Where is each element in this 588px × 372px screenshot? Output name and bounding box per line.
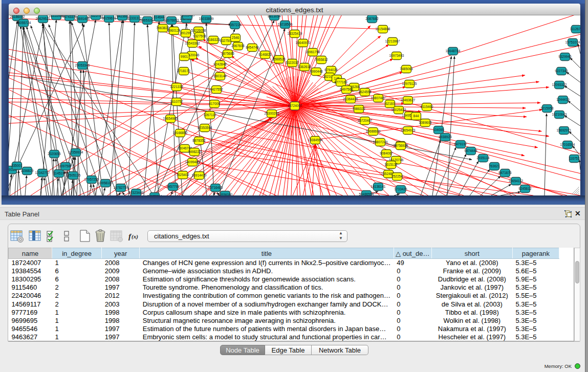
svg-text:9329946: 9329946 [558,55,572,58]
svg-text:9327508: 9327508 [193,34,206,38]
svg-text:62160: 62160 [385,102,395,105]
svg-text:12323446: 12323446 [129,191,144,194]
svg-text:12975125: 12975125 [402,82,417,85]
svg-text:417006: 417006 [209,102,220,105]
svg-text:50486554: 50486554 [359,192,374,195]
svg-text:8471676: 8471676 [498,171,512,174]
svg-text:9777169: 9777169 [334,80,347,84]
svg-text:10688609: 10688609 [366,129,381,133]
svg-text:1733426: 1733426 [394,187,407,191]
svg-text:12353594: 12353594 [198,126,212,129]
svg-text:74975394: 74975394 [147,194,162,195]
svg-text:1156829: 1156829 [21,169,34,172]
svg-text:17359934: 17359934 [69,150,83,154]
svg-text:844: 844 [413,114,419,118]
svg-text:16033809: 16033809 [199,17,214,20]
svg-text:2087682: 2087682 [365,17,379,20]
svg-text:3624554: 3624554 [358,90,372,94]
svg-text:1112674: 1112674 [570,27,580,31]
svg-text:114519: 114519 [53,171,64,175]
svg-text:24055724: 24055724 [16,21,31,25]
svg-text:1089605: 1089605 [419,121,432,124]
svg-text:65159671: 65159671 [102,16,117,20]
svg-text:12213967: 12213967 [385,39,400,43]
svg-text:19654985: 19654985 [163,117,178,120]
svg-text:1610757: 1610757 [170,100,183,103]
svg-text:8960124: 8960124 [167,29,181,32]
svg-text:2718170: 2718170 [177,69,190,73]
svg-text:16961758: 16961758 [306,50,320,54]
svg-text:18724007: 18724007 [288,104,302,107]
svg-text:3875685: 3875685 [221,52,234,55]
svg-text:20691406: 20691406 [75,17,90,20]
svg-text:763621: 763621 [489,164,500,168]
svg-text:7357224: 7357224 [228,23,242,27]
svg-text:8878352: 8878352 [192,139,206,142]
svg-text:8454749: 8454749 [246,46,259,49]
svg-text:8938923: 8938923 [439,135,452,139]
svg-text:6497568: 6497568 [340,87,353,91]
svg-text:17957255: 17957255 [84,178,99,181]
svg-text:10807487: 10807487 [371,96,386,100]
svg-text:29053346: 29053346 [75,63,90,67]
svg-text:116753: 116753 [569,157,580,160]
svg-text:2803144: 2803144 [213,74,227,78]
svg-text:19756928: 19756928 [394,144,408,147]
svg-text:3498222: 3498222 [188,150,201,154]
svg-text:16154808: 16154808 [376,27,390,31]
svg-text:12505135: 12505135 [66,173,81,177]
svg-text:3267110: 3267110 [204,113,216,117]
svg-text:10654112: 10654112 [509,179,524,183]
svg-text:16914479: 16914479 [192,173,207,177]
svg-text:9242848: 9242848 [213,62,227,66]
svg-text:15692971: 15692971 [557,128,572,132]
svg-text:8427552: 8427552 [210,87,223,91]
svg-text:13654923: 13654923 [401,128,416,132]
svg-text:28355986: 28355986 [49,15,64,17]
svg-text:14099489: 14099489 [185,160,200,164]
svg-text:1362615: 1362615 [298,65,311,69]
svg-text:15028489: 15028489 [180,15,195,17]
svg-text:12093322: 12093322 [552,83,567,86]
svg-text:16782759: 16782759 [114,186,128,189]
svg-text:12342757: 12342757 [35,171,50,174]
svg-text:2967608: 2967608 [231,44,245,48]
svg-text:1244419: 1244419 [556,98,570,101]
svg-text:7986322: 7986322 [352,107,365,111]
svg-text:1221339: 1221339 [170,85,183,89]
svg-text:19166852: 19166852 [173,131,188,135]
svg-text:14136141: 14136141 [371,185,386,188]
svg-text:8990448: 8990448 [310,70,323,73]
svg-text:2546: 2546 [232,36,239,39]
svg-text:6479197: 6479197 [454,142,467,146]
svg-text:5322037: 5322037 [286,61,299,64]
svg-text:252254: 252254 [391,174,403,178]
svg-text:19218506: 19218506 [278,23,293,26]
svg-text:16640910: 16640910 [296,41,311,45]
svg-text:16648784: 16648784 [446,49,461,53]
svg-text:19384554: 19384554 [308,138,323,142]
svg-text:(x): (x) [132,233,138,240]
svg-text:2935114: 2935114 [477,156,490,160]
svg-text:15751074: 15751074 [565,40,580,44]
svg-text:53226058: 53226058 [191,29,206,32]
svg-text:3215958: 3215958 [540,106,554,110]
svg-text:26186002: 26186002 [10,15,25,18]
svg-text:1588520: 1588520 [272,57,286,61]
svg-text:17016504: 17016504 [560,143,575,146]
svg-text:2020655: 2020655 [48,152,61,156]
svg-text:9097587: 9097587 [59,164,72,168]
svg-text:9115460: 9115460 [421,105,433,108]
svg-text:21364436: 21364436 [343,97,358,101]
svg-text:15716485: 15716485 [208,186,223,189]
svg-text:10973493: 10973493 [389,54,404,57]
svg-text:7485063: 7485063 [400,67,413,71]
svg-text:1615132: 1615132 [384,163,398,166]
svg-text:9474444: 9474444 [464,149,477,152]
svg-text:18807249: 18807249 [373,140,388,144]
svg-text:16543362: 16543362 [185,41,200,45]
svg-text:16210643: 16210643 [552,113,567,116]
svg-text:8813054: 8813054 [268,15,281,18]
svg-text:20629521: 20629521 [36,17,51,20]
svg-text:891295: 891295 [180,31,191,35]
